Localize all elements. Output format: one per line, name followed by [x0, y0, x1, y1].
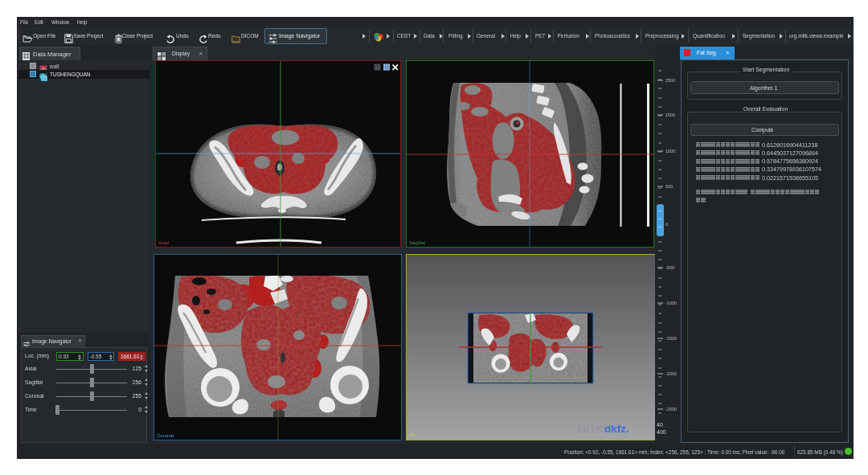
svg-text:Coronal: Coronal — [157, 433, 174, 438]
svg-text:Axial: Axial — [158, 240, 169, 245]
svg-text:dkfz.: dkfz. — [604, 423, 629, 435]
svg-text:500: 500 — [665, 184, 673, 189]
svg-text:-500: -500 — [665, 265, 674, 270]
svg-text:MITK: MITK — [577, 423, 603, 435]
svg-text:-2000: -2000 — [665, 371, 677, 376]
svg-text:0: 0 — [665, 222, 668, 227]
svg-text:3D: 3D — [409, 432, 416, 437]
svg-text:-1500: -1500 — [665, 336, 677, 341]
svg-text:2500: 2500 — [665, 78, 675, 83]
svg-text:1000: 1000 — [665, 149, 675, 154]
svg-text:-1000: -1000 — [665, 301, 677, 305]
svg-text:1500: 1500 — [665, 113, 675, 117]
svg-text:-2500: -2500 — [665, 407, 677, 412]
svg-text:Sagittal: Sagittal — [409, 240, 425, 245]
